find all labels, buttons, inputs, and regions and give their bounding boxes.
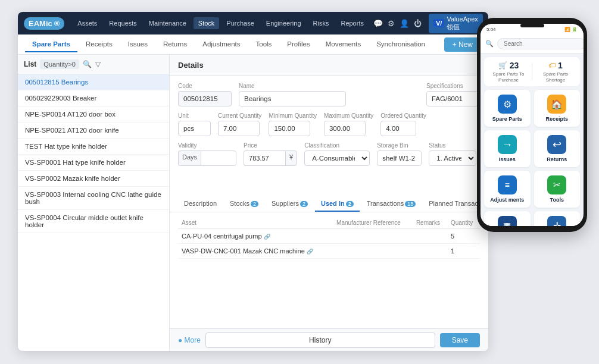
storage-bin-input[interactable] [377,150,422,166]
price-input[interactable] [244,150,285,166]
desktop: EAMic ® Assets Requests Maintenance Stoc… [0,0,599,364]
nav-stock[interactable]: Stock [194,17,220,29]
tab-stocks[interactable]: Stocks2 [224,196,264,212]
curr-qty-input[interactable] [218,121,260,136]
max-qty-input[interactable] [324,121,366,136]
filter-icon[interactable]: ▽ [95,60,101,68]
right-panel: Details Code Name Speci [170,55,488,351]
tab-description[interactable]: Description [178,196,223,212]
grid-receipts[interactable]: 🏠 Receipts [534,90,581,127]
list-item[interactable]: VS-SP0004 Circular middle outlet knife h… [18,210,169,233]
list-item[interactable]: NPE-SP0014 AT120 door box [18,106,169,123]
price-input-group: ¥ [244,150,297,166]
min-qty-label: Minimum Quantity [269,112,317,119]
nav-reports[interactable]: Reports [336,17,369,29]
qty-1: 5 [447,229,480,244]
tab-suppliers[interactable]: Suppliers2 [266,196,314,212]
list-item[interactable]: TEST Hat type knife holder [18,139,169,155]
nav-purchase[interactable]: Purchase [221,17,258,29]
list-item[interactable]: VS-SP0002 Mazak knife holder [18,171,169,187]
logo-area: EAMic ® [24,17,64,30]
save-button[interactable]: Save [440,333,480,347]
phone-outer: 5:04 📶 🔋 🔍 ⤢ 💬 🛒 23 [477,18,587,232]
gear-icon[interactable]: ⚙ [388,19,395,28]
table-row: CA-PU-04 centrifugal pump 🔗 5 [178,229,480,244]
grid-adjustments[interactable]: ≡ Adjust ments [484,171,531,208]
nav-maintenance[interactable]: Maintenance [144,17,191,29]
list-item[interactable]: NPE-SP0021 AT120 door knife [18,123,169,139]
phone-search-input[interactable] [497,38,584,49]
sub-nav: Spare Parts Receipts Issues Returns Adju… [18,34,488,55]
history-button[interactable]: History [205,332,435,348]
power-icon[interactable]: ⏻ [414,19,422,28]
subnav-profiles[interactable]: Profiles [280,37,317,52]
subnav-tools[interactable]: Tools [249,37,279,52]
grid-movements[interactable]: ✛ Move ments [534,211,581,226]
grid-returns[interactable]: ↩ Returns [534,130,581,167]
asset-link-1[interactable]: CA-PU-04 centrifugal pump 🔗 [178,229,333,244]
col-mfr-ref: Manufacturer Reference [333,217,413,229]
nav-risks[interactable]: Risks [308,17,334,29]
grid-label-spare-parts: Spare Parts [492,116,522,122]
classification-select[interactable]: A-Consumables [304,150,370,166]
price-label: Price [244,142,297,149]
col-quantity: Quantity [447,217,480,229]
user-icon[interactable]: 👤 [400,19,409,28]
tools-icon: ✂ [547,175,566,194]
brand-v: V/ [433,19,444,27]
form-row-1: Code Name Specifications [178,83,480,106]
grid-issues[interactable]: → Issues [484,130,531,167]
validity-days: Days [178,150,201,166]
price-group: Price ¥ [244,142,297,166]
phone-status-icons: 📶 🔋 [564,27,578,32]
min-qty-input[interactable] [269,121,310,136]
transactions-badge: 18 [405,201,416,207]
status-select[interactable]: 1. Active [429,150,476,166]
nav-engineering[interactable]: Engineering [261,17,306,29]
validity-input[interactable] [201,150,236,166]
subnav-movements[interactable]: Movements [319,37,368,52]
tab-transactions[interactable]: Transactions18 [361,196,422,212]
unit-label: Unit [178,112,211,119]
more-button[interactable]: ● More [178,336,201,344]
search-icon[interactable]: 🔍 [83,60,92,68]
nav-assets[interactable]: Assets [73,17,102,29]
issues-icon: → [498,135,517,154]
grid-profiles[interactable]: ▦ Profiles [484,211,531,226]
qty-2: 1 [447,244,480,259]
spec-group: Specifications [426,83,480,106]
chat-icon[interactable]: 💬 [373,19,383,28]
subnav-spare-parts[interactable]: Spare Parts [25,37,77,52]
list-item[interactable]: VS-SP0001 Hat type knife holder [18,155,169,171]
grid-tools[interactable]: ✂ Tools [534,171,581,208]
stat-tag-row: 🏷 1 [548,61,563,70]
subnav-synchronisation[interactable]: Synchronisation [369,37,432,52]
unit-input[interactable] [178,121,211,136]
list-item[interactable]: 005012815 Bearings [18,74,169,90]
tab-used-in[interactable]: Used In2 [315,196,360,212]
detail-tabs: Description Stocks2 Suppliers2 Used In2 … [170,196,488,212]
code-input[interactable] [178,91,232,106]
nav-requests[interactable]: Requests [104,17,141,29]
phone-notch [520,24,544,27]
details-header: Details [170,55,488,76]
subnav-returns[interactable]: Returns [156,37,194,52]
ordered-qty-input[interactable] [380,121,416,136]
asset-link-2[interactable]: VASP-DW-CNC-001 Mazak CNC machine 🔗 [178,244,333,259]
list-item[interactable]: VS-SP0003 Internal cooling CNC lathe gui… [18,187,169,210]
validity-label: Validity [178,142,236,149]
classification-group: Classification A-Consumables [304,142,370,166]
new-button[interactable]: + New [444,37,481,52]
spec-input[interactable] [426,91,480,106]
grid-spare-parts[interactable]: ⚙ Spare Parts [484,90,531,127]
list-item[interactable]: 005029229003 Breaker [18,90,169,106]
content-area: List Quantity>0 🔍 ▽ 005012815 Bearings 0… [18,55,488,351]
subnav-issues[interactable]: Issues [121,37,155,52]
cart-icon: 🛒 [498,61,507,70]
name-input[interactable] [239,91,346,106]
subnav-receipts[interactable]: Receipts [79,37,120,52]
unit-group: Unit [178,112,211,136]
subnav-adjustments[interactable]: Adjustments [195,37,247,52]
returns-icon: ↩ [547,135,566,154]
name-label: Name [239,83,419,89]
